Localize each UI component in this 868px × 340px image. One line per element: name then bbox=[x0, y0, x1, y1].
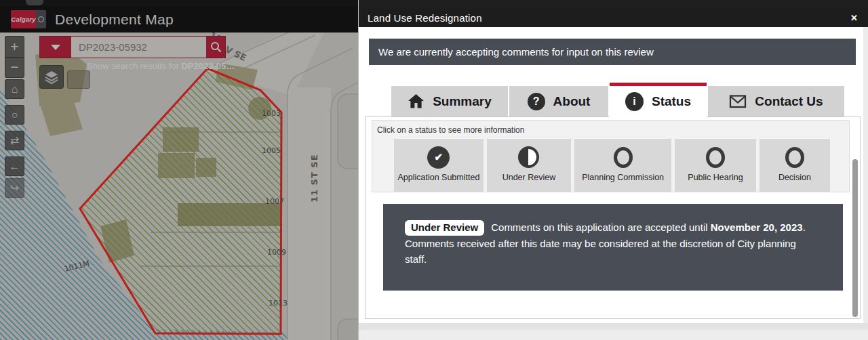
status-badge: Under Review bbox=[405, 220, 484, 236]
page-background bbox=[359, 330, 868, 340]
panel-bottom-edge bbox=[359, 323, 868, 330]
comments-open-banner: We are currently accepting comments for … bbox=[369, 39, 856, 65]
panel-scrollbar[interactable] bbox=[852, 121, 858, 316]
status-step-label: Under Review bbox=[502, 173, 556, 182]
tab-bar: Summary ? About i Status Contact Us bbox=[391, 83, 868, 116]
status-step-label: Planning Commission bbox=[582, 173, 664, 182]
info-icon: i bbox=[625, 92, 644, 111]
check-circle-icon: ✔ bbox=[427, 146, 450, 169]
empty-circle-icon bbox=[614, 147, 633, 168]
tab-label: Contact Us bbox=[755, 94, 823, 109]
question-icon: ? bbox=[528, 93, 545, 110]
tab-label: Summary bbox=[433, 94, 492, 109]
message-deadline-date: November 20, 2023 bbox=[711, 221, 803, 233]
scrollbar-thumb[interactable] bbox=[852, 159, 858, 317]
browser-tab-edge bbox=[26, 0, 43, 5]
tab-label: Status bbox=[652, 94, 691, 109]
panel-title: Land Use Redesignation bbox=[359, 12, 482, 24]
tab-summary[interactable]: Summary bbox=[391, 86, 508, 116]
close-icon[interactable]: ✕ bbox=[850, 13, 868, 23]
map-pane: 1003 1005 1007 1009 1013 1011M 11 ST SE … bbox=[0, 6, 358, 340]
half-circle-icon bbox=[518, 146, 539, 168]
panel-body: We are currently accepting comments for … bbox=[359, 27, 868, 323]
status-step-under-review[interactable]: Under Review bbox=[487, 139, 571, 192]
land-use-panel: Land Use Redesignation ✕ We are currentl… bbox=[358, 0, 868, 340]
panel-top-gap bbox=[359, 0, 868, 8]
status-timeline-panel: Click on a status to see more informatio… bbox=[372, 120, 850, 192]
status-step-label: Application Submitted bbox=[397, 173, 479, 182]
tab-contact-us[interactable]: Contact Us bbox=[708, 86, 844, 116]
status-step-label: Public Hearing bbox=[688, 173, 743, 182]
home-icon bbox=[408, 93, 425, 109]
status-tab-content: Click on a status to see more informatio… bbox=[365, 116, 861, 319]
status-step-public-hearing[interactable]: Public Hearing bbox=[675, 139, 755, 192]
tab-label: About bbox=[553, 94, 591, 109]
status-step-label: Decision bbox=[778, 173, 811, 182]
empty-circle-icon bbox=[785, 147, 804, 168]
status-strip: ✔ Application Submitted Under Review Pla… bbox=[394, 139, 830, 192]
app-screen: 1003 1005 1007 1009 1013 1011M 11 ST SE … bbox=[0, 0, 868, 340]
message-before: Comments on this application are accepte… bbox=[491, 221, 711, 233]
status-step-decision[interactable]: Decision bbox=[760, 139, 830, 192]
tab-status[interactable]: i Status bbox=[610, 83, 707, 117]
status-message-box: Under ReviewComments on this application… bbox=[383, 204, 843, 291]
status-step-application-submitted[interactable]: ✔ Application Submitted bbox=[394, 139, 484, 192]
status-caption: Click on a status to see more informatio… bbox=[372, 121, 849, 135]
status-step-planning-commission[interactable]: Planning Commission bbox=[574, 139, 671, 192]
empty-circle-icon bbox=[706, 147, 725, 168]
panel-header: Land Use Redesignation ✕ bbox=[359, 8, 868, 27]
envelope-icon bbox=[729, 93, 747, 109]
panel-right-edge bbox=[863, 27, 868, 323]
modal-dim-overlay bbox=[0, 6, 358, 340]
tab-about[interactable]: ? About bbox=[509, 86, 608, 116]
